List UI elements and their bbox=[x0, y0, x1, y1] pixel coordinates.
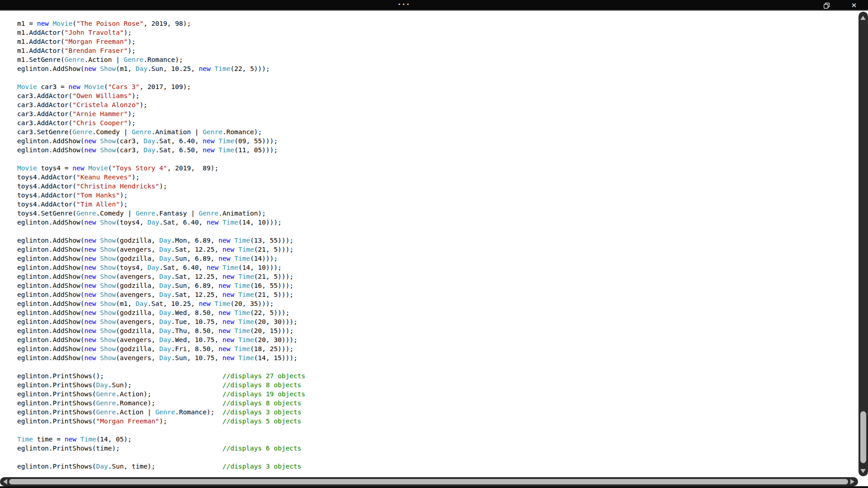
scroll-up-arrow-icon[interactable] bbox=[860, 16, 866, 20]
code-line bbox=[17, 227, 305, 236]
code-line: eglinton.AddShow(new Show(avengers, Day.… bbox=[17, 353, 305, 362]
vertical-scrollbar-thumb[interactable] bbox=[860, 411, 866, 463]
code-line: Movie toys4 = new Movie("Toys Story 4", … bbox=[17, 164, 305, 173]
code-line: m1.SetGenre(Genre.Action | Genre.Romance… bbox=[17, 55, 305, 64]
code-line: Time time = new Time(14, 05); bbox=[17, 435, 305, 444]
code-line: eglinton.AddShow(new Show(toys4, Day.Sat… bbox=[17, 263, 305, 272]
code-line: toys4.AddActor("Tom Hanks"); bbox=[17, 191, 305, 200]
code-line bbox=[17, 362, 305, 371]
code-line: car3.AddActor("Cristela Alonzo"); bbox=[17, 100, 305, 109]
code-line bbox=[17, 155, 305, 164]
restore-window-button[interactable] bbox=[821, 0, 832, 11]
code-line: eglinton.AddShow(new Show(avengers, Day.… bbox=[17, 335, 305, 344]
code-editor[interactable]: m1 = new Movie("The Poison Rose", 2019, … bbox=[0, 12, 857, 476]
horizontal-scrollbar[interactable] bbox=[0, 477, 858, 486]
code-line: eglinton.PrintShows("Morgan Freeman"); /… bbox=[17, 417, 305, 426]
code-line: eglinton.PrintShows(Genre.Action | Genre… bbox=[17, 408, 305, 417]
window-bottom-edge bbox=[0, 486, 868, 488]
code-line: m1.AddActor("Morgan Freeman"); bbox=[17, 37, 305, 46]
code-line: eglinton.AddShow(new Show(godzilla, Day.… bbox=[17, 308, 305, 317]
code-line: toys4.AddActor("Christina Hendricks"); bbox=[17, 182, 305, 191]
code-line: eglinton.AddShow(new Show(toys4, Day.Sat… bbox=[17, 218, 305, 227]
horizontal-scrollbar-thumb[interactable] bbox=[9, 479, 848, 484]
code-line: toys4.AddActor("Keanu Reeves"); bbox=[17, 173, 305, 182]
code-line bbox=[17, 453, 305, 462]
vertical-scrollbar[interactable] bbox=[859, 12, 868, 476]
code-line: eglinton.AddShow(new Show(avengers, Day.… bbox=[17, 290, 305, 299]
code-line: eglinton.AddShow(new Show(godzilla, Day.… bbox=[17, 236, 305, 245]
scroll-down-arrow-icon[interactable] bbox=[860, 469, 866, 473]
code-line: Movie car3 = new Movie("Cars 3", 2017, 1… bbox=[17, 82, 305, 91]
titlebar: ••• ✕ bbox=[0, 0, 868, 11]
code-line: eglinton.AddShow(new Show(avengers, Day.… bbox=[17, 317, 305, 326]
close-window-button[interactable]: ✕ bbox=[848, 0, 860, 11]
code-line: car3.AddActor("Arnie Hammer"); bbox=[17, 109, 305, 118]
code-line: eglinton.AddShow(new Show(godzilla, Day.… bbox=[17, 281, 305, 290]
code-line: eglinton.PrintShows(Genre.Action); //dis… bbox=[17, 389, 305, 399]
code-line: eglinton.PrintShows(); //displays 27 obj… bbox=[17, 371, 305, 380]
code-line: eglinton.AddShow(new Show(m1, Day.Sun, 1… bbox=[17, 64, 305, 73]
code-line: car3.SetGenre(Genre.Comedy | Genre.Anima… bbox=[17, 127, 305, 136]
code-text: m1 = new Movie("The Poison Rose", 2019, … bbox=[17, 19, 305, 471]
code-line: eglinton.PrintShows(Genre.Romance); //di… bbox=[17, 399, 305, 408]
code-line: toys4.AddActor("Tim Allen"); bbox=[17, 200, 305, 209]
code-line: eglinton.AddShow(new Show(godzilla, Day.… bbox=[17, 326, 305, 335]
app-window: ••• ✕ m1 = new Movie("The Poison Rose", … bbox=[0, 0, 868, 488]
code-line: toys4.SetGenre(Genre.Comedy | Genre.Fant… bbox=[17, 209, 305, 218]
code-line: eglinton.PrintShows(Day.Sun, time); //di… bbox=[17, 462, 305, 471]
code-line: eglinton.AddShow(new Show(godzilla, Day.… bbox=[17, 254, 305, 263]
code-line: eglinton.AddShow(new Show(avengers, Day.… bbox=[17, 272, 305, 281]
code-line: car3.AddActor("Chris Cooper"); bbox=[17, 118, 305, 127]
code-line: eglinton.AddShow(new Show(godzilla, Day.… bbox=[17, 344, 305, 353]
code-line: m1 = new Movie("The Poison Rose", 2019, … bbox=[17, 19, 305, 28]
code-line: m1.AddActor("John Travolta"); bbox=[17, 28, 305, 37]
code-line bbox=[17, 73, 305, 82]
code-line bbox=[17, 426, 305, 435]
scroll-left-arrow-icon[interactable] bbox=[3, 479, 7, 484]
code-line: car3.AddActor("Owen Williams"); bbox=[17, 91, 305, 100]
restore-icon bbox=[824, 3, 830, 9]
code-line: eglinton.PrintShows(Day.Sun); //displays… bbox=[17, 380, 305, 389]
code-line: m1.AddActor("Brendan Fraser"); bbox=[17, 46, 305, 55]
scroll-right-arrow-icon[interactable] bbox=[850, 479, 854, 484]
code-line: eglinton.AddShow(new Show(car3, Day.Sat,… bbox=[17, 145, 305, 155]
overflow-menu-button[interactable]: ••• bbox=[398, 0, 410, 10]
code-line: eglinton.AddShow(new Show(avengers, Day.… bbox=[17, 245, 305, 254]
code-line: eglinton.AddShow(new Show(m1, Day.Sat, 1… bbox=[17, 299, 305, 308]
code-line: eglinton.PrintShows(time); //displays 6 … bbox=[17, 444, 305, 453]
code-line: eglinton.AddShow(new Show(car3, Day.Sat,… bbox=[17, 136, 305, 145]
